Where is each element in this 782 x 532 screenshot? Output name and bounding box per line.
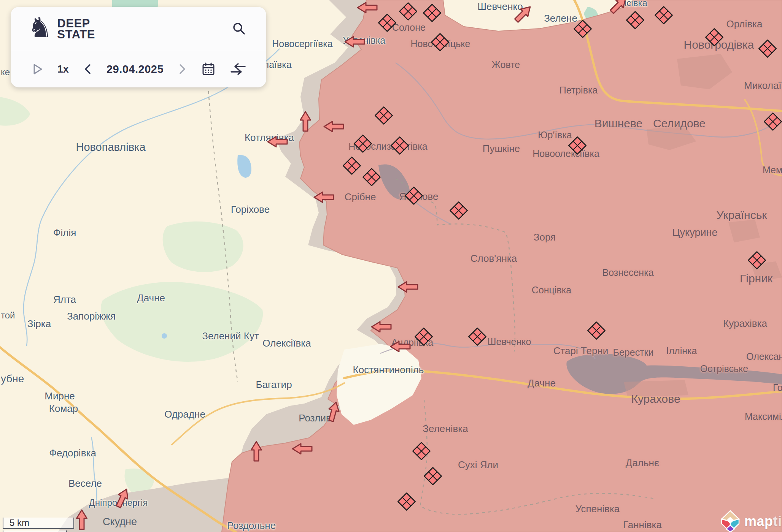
battle-marker[interactable] xyxy=(353,133,373,155)
place-label: Філія xyxy=(53,227,76,239)
place-label: Зірка xyxy=(27,318,51,330)
place-label: Максиміліанівка xyxy=(745,411,782,422)
place-label: Іллінка xyxy=(666,345,697,356)
place-label: Цукурине xyxy=(672,227,718,239)
battle-marker[interactable] xyxy=(404,185,424,207)
battle-marker[interactable] xyxy=(411,441,432,463)
logo-text-top: DEEP xyxy=(57,18,95,29)
battle-marker[interactable] xyxy=(342,155,362,177)
place-label: Дачне xyxy=(528,377,556,389)
battle-marker[interactable] xyxy=(361,167,382,189)
prev-date-button[interactable] xyxy=(83,63,92,75)
place-label: Веселе xyxy=(68,478,102,489)
place-label: Скудне xyxy=(103,516,137,528)
place-label: Слов'янка xyxy=(470,253,517,264)
place-label: Дальнє xyxy=(626,457,659,469)
place-label: Комар xyxy=(49,403,78,415)
battle-marker[interactable] xyxy=(586,320,607,342)
place-label: Курахове xyxy=(631,393,680,405)
advance-arrow xyxy=(322,398,344,425)
place-label: Орлівка xyxy=(726,18,763,30)
place-label: Олексіївка xyxy=(262,337,311,349)
battle-marker[interactable] xyxy=(423,466,443,488)
battle-marker[interactable] xyxy=(567,135,588,157)
battle-marker[interactable] xyxy=(398,1,418,23)
place-label: Жовте xyxy=(492,59,520,70)
compare-button[interactable] xyxy=(230,62,246,76)
advance-arrow xyxy=(109,484,134,512)
battle-marker[interactable] xyxy=(467,326,488,348)
place-label: Зеленівка xyxy=(423,423,468,435)
place-label: Миколаївка xyxy=(744,80,782,92)
place-label: Новопавлівка xyxy=(76,141,145,154)
place-label: Пушкіне xyxy=(483,143,520,155)
logo-text-bottom: STATE xyxy=(57,29,95,40)
place-label: Федорівка xyxy=(49,447,96,459)
place-label: Сухі Яли xyxy=(458,459,498,471)
place-label: Селидове xyxy=(653,117,706,130)
battle-marker[interactable] xyxy=(374,105,394,127)
advance-arrow xyxy=(73,508,89,532)
place-label: Запоріжжя xyxy=(67,310,116,322)
battle-marker[interactable] xyxy=(704,27,725,49)
deepstate-logo: ♞ DEEP STATE xyxy=(27,16,95,42)
calendar-icon xyxy=(201,62,216,76)
advance-arrow xyxy=(343,34,367,51)
next-date-button[interactable] xyxy=(178,63,188,75)
place-label: Успенівка xyxy=(575,503,620,515)
deepstatemap-app: { "panel": { "logo_top": "DEEP", "logo_b… xyxy=(0,0,782,532)
knight-icon: ♞ xyxy=(27,14,52,42)
place-label: Острівське xyxy=(700,363,749,374)
battle-marker[interactable] xyxy=(422,3,442,25)
play-button[interactable] xyxy=(32,63,43,75)
chevron-right-icon xyxy=(178,63,188,75)
place-label: Одрадне xyxy=(164,408,205,420)
place-label: Шевченко xyxy=(488,336,531,347)
battle-marker[interactable] xyxy=(757,38,778,60)
battle-marker[interactable] xyxy=(625,10,645,32)
battle-marker[interactable] xyxy=(413,326,434,348)
date-display[interactable]: 29.04.2025 xyxy=(106,63,164,76)
map-attribution[interactable]: maptiler xyxy=(720,510,782,532)
place-label: Новосергіївка xyxy=(272,38,332,49)
battle-marker[interactable] xyxy=(389,135,410,157)
maptiler-wordmark: maptiler xyxy=(744,513,782,529)
search-button[interactable] xyxy=(231,21,246,36)
advance-arrow xyxy=(266,134,289,151)
battle-marker[interactable] xyxy=(396,491,417,513)
place-label: Гірник xyxy=(740,272,772,285)
advance-arrow xyxy=(296,110,313,133)
speed-label[interactable]: 1x xyxy=(57,63,69,75)
place-label: Вознесенка xyxy=(602,267,653,278)
place-label: Зелений Кут xyxy=(202,330,259,342)
place-label: Ялта xyxy=(53,294,76,306)
place-label: Старі Терни xyxy=(553,345,609,357)
compare-arrows-icon xyxy=(230,62,246,76)
battle-marker[interactable] xyxy=(430,32,450,54)
battle-marker[interactable] xyxy=(377,13,397,35)
scale-bar-secondary xyxy=(3,530,67,532)
place-label: Костянтинопіль xyxy=(353,364,424,376)
place-label: Зоря xyxy=(534,231,556,243)
maptiler-logo-icon xyxy=(720,510,741,532)
battle-marker[interactable] xyxy=(653,5,674,27)
place-label: Курахівка xyxy=(723,318,767,329)
chevron-left-icon xyxy=(83,63,92,75)
advance-arrow xyxy=(312,190,336,206)
control-panel: ♞ DEEP STATE 1x 29.04.2025 xyxy=(11,7,266,87)
advance-arrow xyxy=(509,0,537,27)
place-label: Мирне xyxy=(45,390,75,402)
calendar-button[interactable] xyxy=(201,62,216,76)
advance-arrow xyxy=(356,0,379,17)
place-label: Олександрівка xyxy=(746,351,782,362)
advance-arrow xyxy=(322,119,346,136)
advance-arrow xyxy=(389,339,412,356)
battle-marker[interactable] xyxy=(747,250,767,272)
battle-marker[interactable] xyxy=(448,200,469,222)
battle-marker[interactable] xyxy=(572,19,593,41)
place-label: Дачне xyxy=(137,292,165,304)
place-label: Вишневе xyxy=(594,117,642,130)
place-label: убне xyxy=(1,373,24,385)
advance-arrow xyxy=(396,279,420,296)
battle-marker[interactable] xyxy=(763,111,782,133)
